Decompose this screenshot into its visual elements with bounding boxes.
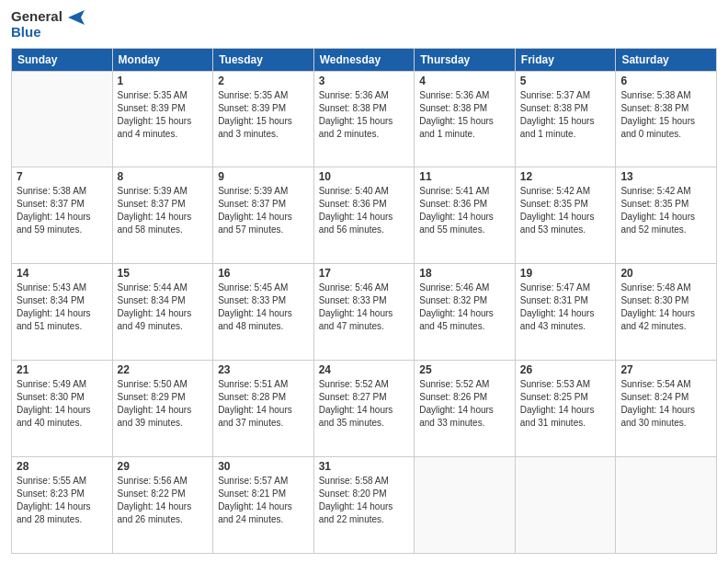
calendar-cell: 14Sunrise: 5:43 AMSunset: 8:34 PMDayligh… (12, 264, 113, 361)
cell-text: and 58 minutes. (118, 224, 209, 236)
cell-text: Daylight: 15 hours (419, 115, 510, 128)
cell-text: and 1 minute. (419, 128, 510, 141)
day-number: 13 (620, 170, 711, 183)
cell-text: Sunrise: 5:36 AM (419, 89, 510, 102)
calendar-cell: 7Sunrise: 5:38 AMSunset: 8:37 PMDaylight… (12, 167, 113, 264)
cell-text: Daylight: 15 hours (118, 115, 209, 128)
calendar-cell: 2Sunrise: 5:35 AMSunset: 8:39 PMDaylight… (213, 71, 314, 167)
cell-text: Sunrise: 5:55 AM (17, 475, 108, 488)
cell-text: and 28 minutes. (17, 513, 108, 526)
day-number: 17 (319, 267, 410, 280)
calendar-cell (12, 71, 113, 167)
cell-text: Daylight: 14 hours (218, 211, 309, 224)
cell-text: and 39 minutes. (118, 417, 209, 430)
day-number: 18 (419, 267, 510, 280)
calendar-cell: 17Sunrise: 5:46 AMSunset: 8:33 PMDayligh… (313, 264, 415, 361)
cell-text: Sunrise: 5:42 AM (520, 185, 611, 198)
logo: General Blue (11, 9, 85, 40)
cell-text: and 55 minutes. (419, 224, 510, 236)
day-number: 7 (17, 170, 108, 183)
cell-text: Daylight: 14 hours (520, 404, 611, 417)
cell-text: Daylight: 14 hours (218, 404, 309, 417)
cell-text: Sunrise: 5:38 AM (17, 185, 108, 198)
calendar-cell (515, 457, 616, 554)
cell-text: Sunset: 8:26 PM (419, 391, 510, 404)
column-header-tuesday: Tuesday (213, 48, 314, 71)
header: General Blue (11, 9, 717, 40)
cell-text: Daylight: 15 hours (520, 115, 611, 128)
cell-text: Sunset: 8:29 PM (118, 391, 209, 404)
day-number: 1 (118, 75, 209, 87)
cell-text: Daylight: 14 hours (319, 211, 410, 224)
cell-text: Sunrise: 5:47 AM (520, 282, 611, 294)
calendar-cell: 3Sunrise: 5:36 AMSunset: 8:38 PMDaylight… (313, 71, 415, 167)
cell-text: Daylight: 14 hours (520, 307, 611, 320)
cell-text: Sunrise: 5:54 AM (620, 378, 711, 391)
cell-text: Sunset: 8:38 PM (419, 102, 510, 115)
calendar-cell: 10Sunrise: 5:40 AMSunset: 8:36 PMDayligh… (313, 167, 415, 264)
cell-text: and 57 minutes. (218, 224, 309, 236)
day-number: 2 (218, 75, 309, 87)
calendar-cell: 31Sunrise: 5:58 AMSunset: 8:20 PMDayligh… (313, 457, 415, 554)
day-number: 15 (118, 267, 209, 280)
cell-text: and 3 minutes. (218, 128, 309, 141)
cell-text: Sunrise: 5:50 AM (118, 378, 209, 391)
cell-text: Sunrise: 5:35 AM (218, 89, 309, 102)
cell-text: and 26 minutes. (118, 513, 209, 526)
cell-text: Daylight: 14 hours (319, 307, 410, 320)
calendar-header: SundayMondayTuesdayWednesdayThursdayFrid… (12, 48, 717, 71)
cell-text: Daylight: 15 hours (218, 115, 309, 128)
calendar-cell: 23Sunrise: 5:51 AMSunset: 8:28 PMDayligh… (213, 361, 314, 457)
cell-text: Sunset: 8:39 PM (218, 102, 309, 115)
calendar-cell: 24Sunrise: 5:52 AMSunset: 8:27 PMDayligh… (313, 361, 415, 457)
cell-text: Daylight: 14 hours (17, 211, 108, 224)
day-number: 20 (620, 267, 711, 280)
cell-text: Sunrise: 5:53 AM (520, 378, 611, 391)
calendar-cell (616, 457, 717, 554)
cell-text: Sunrise: 5:57 AM (218, 475, 309, 488)
cell-text: Sunset: 8:20 PM (319, 488, 410, 500)
cell-text: Daylight: 14 hours (218, 307, 309, 320)
cell-text: Daylight: 14 hours (419, 211, 510, 224)
column-header-friday: Friday (515, 48, 616, 71)
cell-text: Daylight: 14 hours (17, 500, 108, 513)
cell-text: Sunset: 8:32 PM (419, 294, 510, 307)
calendar-cell: 27Sunrise: 5:54 AMSunset: 8:24 PMDayligh… (616, 361, 717, 457)
cell-text: Sunset: 8:25 PM (520, 391, 611, 404)
day-number: 27 (620, 363, 711, 376)
cell-text: and 30 minutes. (620, 417, 711, 430)
cell-text: Sunrise: 5:51 AM (218, 378, 309, 391)
calendar-cell: 9Sunrise: 5:39 AMSunset: 8:37 PMDaylight… (213, 167, 314, 264)
cell-text: Daylight: 15 hours (620, 115, 711, 128)
cell-text: and 45 minutes. (419, 320, 510, 333)
cell-text: Sunrise: 5:35 AM (118, 89, 209, 102)
cell-text: and 52 minutes. (620, 224, 711, 236)
cell-text: Sunrise: 5:49 AM (17, 378, 108, 391)
page: General Blue SundayMondayTuesdayWednesda… (0, 0, 728, 563)
calendar-cell: 20Sunrise: 5:48 AMSunset: 8:30 PMDayligh… (616, 264, 717, 361)
day-number: 23 (218, 363, 309, 376)
cell-text: Sunset: 8:34 PM (17, 294, 108, 307)
day-number: 6 (620, 75, 711, 87)
cell-text: Sunset: 8:30 PM (17, 391, 108, 404)
cell-text: Sunrise: 5:52 AM (319, 378, 410, 391)
logo-bird-icon (68, 10, 85, 25)
column-header-wednesday: Wednesday (313, 48, 415, 71)
cell-text: Daylight: 14 hours (520, 211, 611, 224)
calendar-cell: 22Sunrise: 5:50 AMSunset: 8:29 PMDayligh… (112, 361, 213, 457)
cell-text: and 53 minutes. (520, 224, 611, 236)
day-number: 16 (218, 267, 309, 280)
cell-text: and 37 minutes. (218, 417, 309, 430)
cell-text: and 48 minutes. (218, 320, 309, 333)
cell-text: Daylight: 15 hours (319, 115, 410, 128)
day-number: 31 (319, 460, 410, 473)
cell-text: Sunset: 8:39 PM (118, 102, 209, 115)
day-number: 22 (118, 363, 209, 376)
cell-text: Sunset: 8:22 PM (118, 488, 209, 500)
cell-text: Sunset: 8:38 PM (520, 102, 611, 115)
cell-text: Daylight: 14 hours (620, 404, 711, 417)
day-number: 9 (218, 170, 309, 183)
cell-text: and 43 minutes. (520, 320, 611, 333)
cell-text: Sunrise: 5:48 AM (620, 282, 711, 294)
cell-text: and 49 minutes. (118, 320, 209, 333)
